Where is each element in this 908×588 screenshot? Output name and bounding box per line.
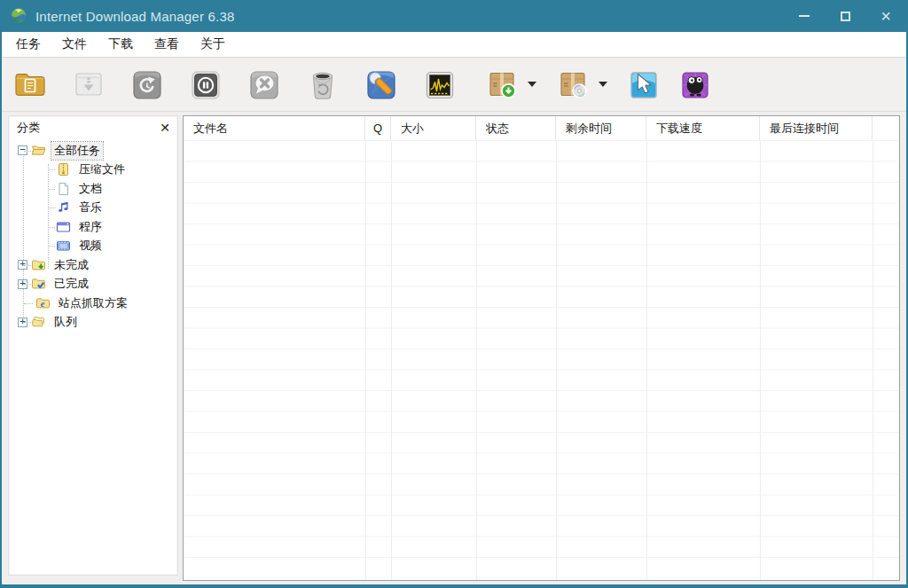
dropdown-arrow-icon: [599, 82, 607, 87]
column-filename[interactable]: 文件名: [184, 116, 365, 140]
column-time-left[interactable]: 剩余时间: [556, 116, 646, 140]
tree-item-music[interactable]: 音乐: [9, 199, 177, 218]
svg-text:e: e: [41, 299, 45, 309]
scheduler-icon: [421, 66, 458, 103]
options-wrench-icon: [363, 66, 400, 103]
tree-item-queues[interactable]: + 队列: [9, 313, 177, 333]
resume-download-icon: [70, 66, 107, 103]
window-title: Internet Download Manager 6.38: [35, 9, 234, 24]
tree-item-programs[interactable]: 程序: [9, 217, 177, 237]
maximize-icon: [841, 12, 850, 21]
tree-item-label: 视频: [76, 237, 105, 255]
resume-download-button[interactable]: [68, 64, 109, 105]
stop-all-button[interactable]: [244, 64, 285, 105]
music-note-icon: [56, 200, 71, 215]
tree-item-unfinished[interactable]: + 未完成: [9, 255, 177, 275]
start-queue-button[interactable]: [481, 64, 522, 105]
close-icon: ×: [881, 7, 891, 25]
stop-download-icon: [187, 66, 224, 103]
redownload-icon: [129, 66, 166, 103]
tree-item-video[interactable]: 视频: [9, 237, 177, 256]
folder-finished-icon: [31, 277, 46, 291]
zip-file-icon: [56, 162, 71, 176]
column-speed[interactable]: 下载速度: [646, 116, 760, 140]
title-bar: Internet Download Manager 6.38 ×: [2, 0, 906, 32]
categories-tree: − 全部任务 压缩文件: [9, 137, 177, 332]
dropdown-arrow-icon: [528, 82, 536, 87]
program-window-icon: [56, 220, 71, 234]
download-list-panel: 文件名 Q 大小 状态 剩余时间 下载速度 最后连接时间: [183, 115, 900, 581]
video-film-icon: [56, 239, 71, 253]
content-area: 分类 ✕ − 全部任务 压缩: [4, 114, 904, 584]
download-list-body[interactable]: [184, 141, 899, 580]
menu-bar: 任务 文件 下载 查看 关于: [2, 32, 906, 58]
categories-title: 分类: [17, 120, 40, 136]
grabber-cursor-icon: [625, 66, 662, 103]
download-list-header: 文件名 Q 大小 状态 剩余时间 下载速度 最后连接时间: [184, 116, 899, 141]
categories-close-button[interactable]: ✕: [160, 122, 170, 134]
categories-header: 分类 ✕: [9, 116, 177, 137]
maximize-button[interactable]: [825, 0, 865, 32]
stop-queue-button[interactable]: [552, 64, 593, 105]
column-last-connect-time[interactable]: 最后连接时间: [760, 116, 873, 140]
stop-queue-dropdown[interactable]: [593, 64, 613, 105]
start-queue-dropdown[interactable]: [522, 64, 542, 105]
tree-item-label: 站点抓取方案: [56, 294, 130, 312]
tree-item-label: 未完成: [51, 256, 91, 274]
menu-about[interactable]: 关于: [190, 32, 236, 57]
categories-panel: 分类 ✕ − 全部任务 压缩: [8, 115, 178, 576]
delete-task-button[interactable]: [302, 64, 343, 105]
column-size[interactable]: 大小: [391, 116, 476, 140]
window-bottom-border: [2, 584, 906, 588]
column-status[interactable]: 状态: [476, 116, 556, 140]
folder-grabber-icon: e: [35, 296, 51, 310]
close-button[interactable]: ×: [865, 0, 906, 32]
tree-item-label: 程序: [76, 218, 105, 236]
redownload-button[interactable]: [127, 64, 168, 105]
stop-all-icon: [246, 66, 283, 103]
mascot-button[interactable]: [675, 64, 716, 105]
add-url-icon: [12, 66, 49, 103]
folder-open-icon: [31, 144, 46, 158]
menu-tasks[interactable]: 任务: [5, 32, 51, 57]
stop-download-button[interactable]: [185, 64, 226, 105]
tree-item-label: 已完成: [51, 275, 91, 293]
mascot-icon: [677, 66, 714, 103]
stop-queue-icon: [554, 66, 591, 103]
options-button[interactable]: [361, 64, 402, 105]
tree-item-grabber-projects[interactable]: e 站点抓取方案: [9, 294, 177, 313]
tree-item-label: 文档: [76, 180, 105, 198]
tree-item-finished[interactable]: + 已完成: [9, 275, 177, 294]
grabber-button[interactable]: [623, 64, 664, 105]
tree-item-label: 压缩文件: [76, 161, 128, 178]
start-queue-icon: [483, 66, 521, 103]
tree-item-compressed[interactable]: 压缩文件: [9, 161, 177, 180]
add-url-button[interactable]: [10, 64, 51, 105]
scheduler-button[interactable]: [419, 64, 460, 105]
tree-item-label: 全部任务: [51, 142, 103, 160]
tree-item-all-tasks[interactable]: − 全部任务: [9, 141, 177, 161]
menu-view[interactable]: 查看: [144, 32, 190, 57]
tree-item-label: 音乐: [76, 199, 105, 216]
idm-logo-icon: [9, 6, 28, 26]
menu-file[interactable]: 文件: [51, 32, 98, 57]
tree-item-documents[interactable]: 文档: [9, 179, 177, 199]
column-filler: [873, 116, 899, 140]
folder-unfinished-icon: [31, 258, 46, 272]
document-icon: [56, 182, 71, 196]
minimize-icon: [799, 15, 810, 17]
toolbar: [2, 58, 906, 112]
column-queue[interactable]: Q: [365, 116, 391, 140]
minimize-button[interactable]: [784, 0, 825, 32]
tree-item-label: 队列: [51, 313, 80, 331]
queues-folders-icon: [31, 315, 46, 329]
menu-downloads[interactable]: 下载: [98, 32, 144, 57]
delete-task-icon: [304, 66, 341, 103]
